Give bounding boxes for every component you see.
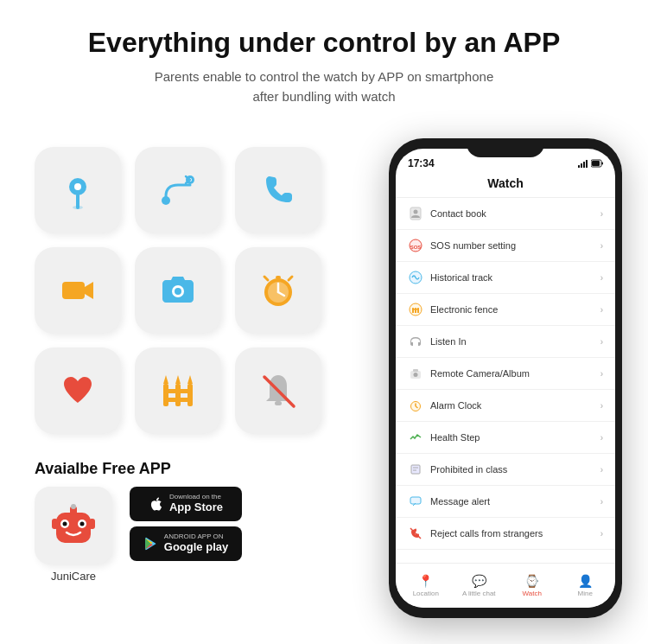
menu-item-reject-text: Reject calls from strangers	[430, 528, 594, 539]
nav-mine-label: Mine	[578, 590, 593, 597]
menu-item-alarm-text: Alarm Clock	[430, 400, 594, 411]
svg-rect-38	[592, 161, 600, 166]
nav-mine-icon: 👤	[578, 574, 593, 588]
bottom-nav: 📍 Location 💬 A little chat ⌚ Watch 👤 Min…	[396, 563, 615, 608]
phone-screen: 17:34	[396, 149, 615, 608]
left-section: Avaialbe Free APP	[35, 147, 363, 583]
svg-rect-16	[187, 384, 193, 406]
menu-item-reject[interactable]: Reject calls from strangers ›	[396, 518, 615, 550]
phone-mockup: 17:34	[389, 138, 622, 618]
svg-point-30	[71, 504, 76, 509]
googleplay-badge[interactable]: ANDROID APP ON Google play	[130, 526, 242, 561]
heart-icon	[55, 368, 100, 413]
phone-icon	[256, 168, 301, 213]
svg-point-1	[74, 183, 81, 190]
track-icon	[408, 270, 423, 285]
svg-point-41	[414, 210, 418, 214]
svg-point-2	[73, 206, 83, 209]
svg-rect-49	[412, 309, 419, 310]
nav-mine[interactable]: 👤 Mine	[559, 574, 613, 597]
svg-rect-6	[62, 282, 85, 299]
message-icon	[408, 494, 423, 509]
menu-item-listen-text: Listen In	[430, 336, 594, 347]
menu-item-track-text: Historical track	[430, 272, 594, 283]
fence-icon	[156, 368, 200, 413]
svg-rect-36	[586, 160, 588, 168]
contact-icon	[408, 206, 423, 221]
app-availability-section: Avaialbe Free APP	[35, 460, 363, 583]
svg-rect-13	[276, 276, 281, 279]
app-label: JuniCare	[35, 570, 112, 583]
svg-marker-19	[187, 375, 193, 384]
icon-card-location	[35, 147, 121, 233]
status-icons	[578, 159, 603, 168]
menu-item-contact[interactable]: Contact book ›	[396, 198, 615, 230]
svg-rect-46	[412, 308, 414, 313]
bell-off-icon	[256, 368, 301, 413]
menu-item-health-text: Health Step	[430, 432, 594, 443]
app-section-content: JuniCare Download on the App Store	[35, 487, 363, 583]
svg-rect-35	[583, 162, 585, 168]
chevron-icon: ›	[600, 209, 603, 219]
page-title: Everything under control by an APP	[35, 26, 613, 59]
junicare-logo-icon	[48, 500, 99, 552]
menu-item-sos[interactable]: SOS SOS number setting ›	[396, 230, 615, 262]
appstore-badge[interactable]: Download on the App Store	[130, 487, 242, 521]
menu-item-class[interactable]: Prohibited in class ›	[396, 454, 615, 486]
svg-rect-15	[175, 384, 181, 406]
svg-rect-20	[163, 389, 193, 393]
menu-item-health[interactable]: Health Step ›	[396, 422, 615, 454]
class-icon	[408, 462, 423, 477]
svg-text:SOS: SOS	[410, 245, 422, 250]
efence-icon	[408, 302, 423, 317]
apple-icon	[149, 496, 164, 512]
menu-item-listen[interactable]: Listen In ›	[396, 326, 615, 358]
svg-rect-52	[413, 369, 418, 372]
menu-item-camera[interactable]: Remote Camera/Album ›	[396, 358, 615, 390]
svg-marker-18	[175, 375, 181, 384]
svg-rect-47	[415, 308, 416, 313]
menu-item-camera-text: Remote Camera/Album	[430, 368, 594, 379]
menu-item-fence[interactable]: Electronic fence ›	[396, 294, 615, 326]
page: Everything under control by an APP Paren…	[0, 0, 648, 644]
nav-chat-label: A little chat	[462, 590, 496, 597]
nav-chat[interactable]: 💬 A little chat	[453, 574, 506, 597]
phone-notch	[467, 138, 544, 157]
svg-rect-48	[417, 308, 419, 313]
menu-item-alarm[interactable]: Alarm Clock ›	[396, 390, 615, 422]
camera-icon	[156, 268, 200, 313]
battery-icon	[591, 159, 603, 168]
health-step-icon	[408, 430, 423, 445]
nav-watch-label: Watch	[523, 590, 542, 597]
nav-location-label: Location	[413, 590, 439, 597]
listen-icon	[408, 334, 423, 349]
sos-icon: SOS	[408, 238, 423, 253]
nav-chat-icon: 💬	[472, 574, 486, 588]
remote-camera-icon	[408, 366, 423, 381]
menu-item-message[interactable]: Message alert ›	[396, 486, 615, 518]
menu-item-sos-text: SOS number setting	[430, 240, 594, 251]
nav-watch-icon: ⌚	[524, 574, 539, 588]
nav-location[interactable]: 📍 Location	[399, 574, 453, 597]
menu-item-track[interactable]: Historical track ›	[396, 262, 615, 294]
icon-card-fence	[135, 348, 221, 434]
menu-item-contact-text: Contact book	[430, 208, 594, 219]
phone-outer: 17:34	[389, 138, 622, 618]
svg-marker-17	[163, 375, 168, 384]
icon-card-alarm	[235, 247, 321, 334]
video-icon	[55, 268, 100, 313]
icon-card-phone	[235, 147, 321, 233]
svg-rect-21	[163, 398, 193, 402]
nav-watch[interactable]: ⌚ Watch	[505, 574, 559, 597]
svg-rect-31	[52, 519, 58, 529]
app-logo	[35, 487, 112, 564]
svg-point-8	[175, 288, 181, 295]
googleplay-text: ANDROID APP ON Google play	[164, 533, 228, 554]
svg-point-28	[80, 522, 85, 526]
menu-item-fence-text: Electronic fence	[430, 304, 594, 315]
icon-card-bell-off	[235, 348, 321, 434]
svg-point-27	[63, 522, 67, 526]
location-icon	[55, 168, 100, 213]
svg-rect-56	[411, 465, 420, 474]
menu-item-class-text: Prohibited in class	[430, 464, 594, 475]
